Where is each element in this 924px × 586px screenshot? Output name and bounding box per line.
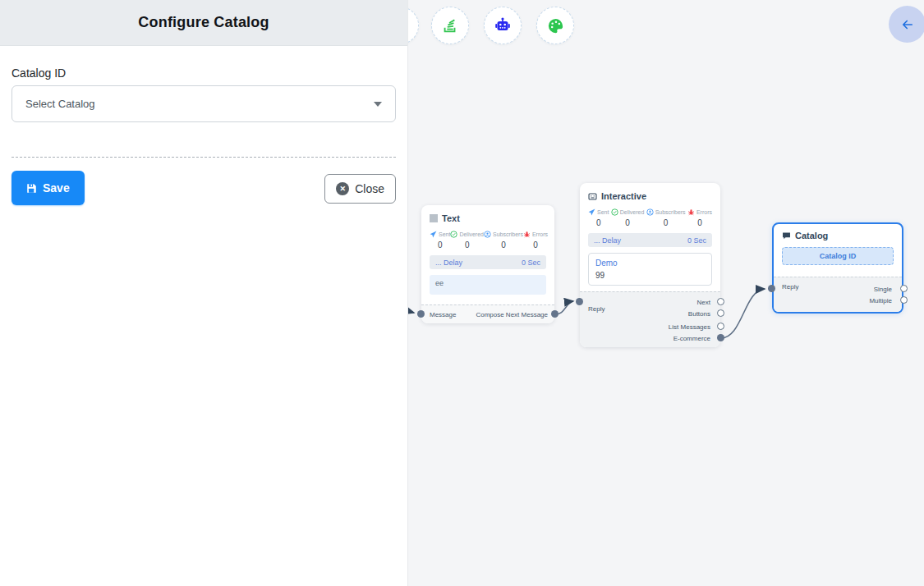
arrow-left-icon xyxy=(900,17,915,32)
catalog-select[interactable]: Select Catalog xyxy=(11,85,396,122)
collapse-panel-button[interactable] xyxy=(889,6,924,43)
text-node-icon xyxy=(430,214,438,222)
sent-icon xyxy=(588,208,595,216)
toolbar-button-stack[interactable] xyxy=(431,7,469,44)
port-list-messages-out[interactable] xyxy=(717,323,724,330)
input-label: Message xyxy=(430,311,456,318)
save-icon xyxy=(26,183,37,194)
catalog-id-button[interactable]: Catalog ID xyxy=(782,247,894,265)
node-interactive[interactable]: Interactive Sent 0 Delivered 0 xyxy=(580,183,720,347)
dashed-divider xyxy=(11,157,396,158)
handle-ecommerce-out[interactable] xyxy=(717,334,724,341)
output-label-buttons: Buttons xyxy=(688,310,710,318)
handle-reply-in[interactable] xyxy=(576,298,583,305)
chevron-down-icon xyxy=(374,102,382,107)
panel-header: Configure Catalog xyxy=(0,0,407,46)
close-button[interactable]: ✕ Close xyxy=(324,174,396,204)
port-single-out[interactable] xyxy=(900,285,908,292)
stack-icon xyxy=(441,16,459,34)
subscribers-icon xyxy=(484,231,491,238)
palette-icon xyxy=(546,16,565,35)
toolbar-button-bot[interactable] xyxy=(484,7,522,44)
output-label: Compose Next Message xyxy=(476,311,548,318)
subscribers-icon xyxy=(646,208,654,216)
sent-icon xyxy=(430,231,437,238)
delay-setting[interactable]: ... Delay 0 Sec xyxy=(430,255,546,269)
close-button-label: Close xyxy=(355,182,384,195)
errors-icon xyxy=(523,231,531,238)
close-icon: ✕ xyxy=(336,182,349,195)
port-buttons-out[interactable] xyxy=(717,309,724,317)
output-label-list-messages: List Messages xyxy=(669,323,710,331)
toolbar-button-hidden[interactable] xyxy=(408,7,419,44)
port-next-out[interactable] xyxy=(717,298,724,305)
output-label-multiple: Multiple xyxy=(869,297,892,304)
flow-canvas[interactable]: Text Sent 0 Delivered 0 Subscri xyxy=(408,0,924,586)
output-label-next: Next xyxy=(697,299,710,306)
edge-interactive-to-catalog xyxy=(720,289,765,338)
edge-into-text xyxy=(408,311,414,313)
text-node-footer: Message Compose Next Message xyxy=(421,304,554,323)
catalog-icon xyxy=(782,231,791,240)
errors-value: 0 xyxy=(697,218,702,227)
save-button-label: Save xyxy=(43,181,70,195)
node-catalog[interactable]: Catalog Catalog ID Reply Single Multiple xyxy=(772,222,903,314)
catalog-id-label: Catalog ID xyxy=(11,66,396,80)
toolbar-button-theme[interactable] xyxy=(536,7,574,44)
delivered-icon xyxy=(450,231,457,238)
save-button[interactable]: Save xyxy=(11,171,85,205)
delivered-value: 0 xyxy=(625,218,630,227)
errors-value: 0 xyxy=(533,240,538,250)
delay-setting[interactable]: ... Delay 0 Sec xyxy=(588,233,712,247)
handle-compose-next-out[interactable] xyxy=(551,310,559,318)
robot-icon xyxy=(493,16,513,35)
message-preview[interactable]: ee xyxy=(430,275,546,295)
interactive-content-title: Demo xyxy=(595,259,705,268)
interactive-content[interactable]: Demo 99 xyxy=(588,253,712,286)
sent-value: 0 xyxy=(596,218,601,227)
handle-reply-in[interactable] xyxy=(768,285,775,292)
node-title: Text xyxy=(442,213,460,223)
configure-catalog-panel: Configure Catalog Catalog ID Select Cata… xyxy=(0,0,408,586)
subscribers-value: 0 xyxy=(664,218,669,227)
stats-row: Sent 0 Delivered 0 Subscribers 0 xyxy=(580,201,720,227)
interactive-content-value: 99 xyxy=(595,271,705,280)
panel-body: Catalog ID Select Catalog Save ✕ Close xyxy=(0,46,407,217)
catalog-select-value: Select Catalog xyxy=(25,98,95,110)
node-text[interactable]: Text Sent 0 Delivered 0 Subscri xyxy=(421,205,554,323)
sent-value: 0 xyxy=(438,240,443,250)
input-label: Reply xyxy=(782,283,798,291)
page-title: Configure Catalog xyxy=(138,14,269,31)
port-multiple-out[interactable] xyxy=(900,296,908,304)
interactive-icon xyxy=(588,192,597,201)
output-label-ecommerce: E-commerce xyxy=(673,335,710,342)
output-label-single: Single xyxy=(874,286,892,293)
stats-row: Sent 0 Delivered 0 Subscribers 0 xyxy=(421,223,554,250)
errors-icon xyxy=(687,208,695,216)
handle-message-in[interactable] xyxy=(417,310,425,318)
subscribers-value: 0 xyxy=(501,240,506,250)
delivered-icon xyxy=(611,208,618,216)
node-title: Catalog xyxy=(795,231,828,240)
delivered-value: 0 xyxy=(465,240,470,250)
input-label: Reply xyxy=(588,305,605,313)
node-title: Interactive xyxy=(601,191,646,201)
